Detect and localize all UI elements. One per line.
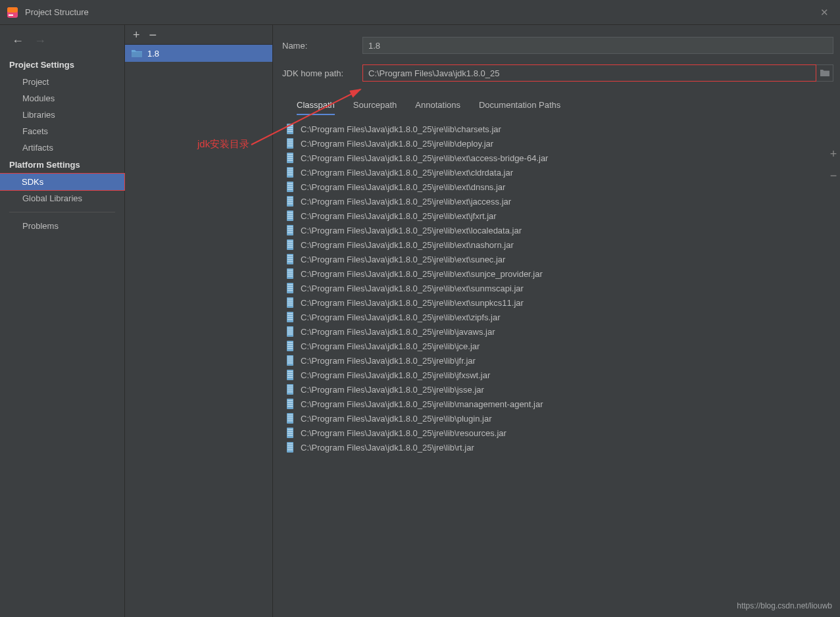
classpath-item-path: C:\Program Files\Java\jdk1.8.0_25\jre\li… [301,327,495,337]
svg-rect-57 [287,274,293,275]
svg-rect-23 [287,174,293,176]
classpath-item[interactable]: C:\Program Files\Java\jdk1.8.0_25\jre\li… [282,252,820,266]
svg-rect-2 [9,14,13,16]
classpath-item[interactable]: C:\Program Files\Java\jdk1.8.0_25\jre\li… [282,397,820,411]
jar-icon [286,283,295,293]
classpath-item[interactable]: C:\Program Files\Java\jdk1.8.0_25\jre\li… [282,266,820,281]
svg-rect-1 [7,7,18,12]
jar-icon [286,210,295,221]
svg-rect-68 [287,305,293,306]
svg-rect-15 [287,154,293,155]
add-sdk-button[interactable]: + [133,29,140,41]
svg-rect-62 [287,288,293,289]
classpath-item[interactable]: C:\Program Files\Java\jdk1.8.0_25\jre\li… [282,209,820,223]
sdk-list-toolbar: + − [125,25,272,45]
forward-arrow-icon: → [34,34,46,48]
svg-rect-35 [287,212,293,213]
watermark-text: https://blog.csdn.net/liouwb [737,601,832,610]
sidebar-item-modules[interactable]: Modules [0,90,124,107]
svg-rect-8 [287,131,293,132]
classpath-item[interactable]: C:\Program Files\Java\jdk1.8.0_25\jre\li… [282,382,820,397]
sidebar-item-project[interactable]: Project [0,74,124,90]
jdk-home-row: JDK home path: [282,64,833,82]
svg-rect-91 [287,373,293,374]
classpath-item[interactable]: C:\Program Files\Java\jdk1.8.0_25\jre\li… [282,368,820,382]
classpath-item-path: C:\Program Files\Java\jdk1.8.0_25\jre\li… [301,255,505,264]
classpath-item[interactable]: C:\Program Files\Java\jdk1.8.0_25\jre\li… [282,237,820,252]
svg-rect-25 [287,183,293,184]
svg-rect-73 [287,319,293,320]
classpath-item[interactable]: C:\Program Files\Java\jdk1.8.0_25\jre\li… [282,353,820,368]
classpath-list[interactable]: C:\Program Files\Java\jdk1.8.0_25\jre\li… [282,122,833,455]
tab-classpath[interactable]: Classpath [297,100,335,115]
browse-folder-icon[interactable] [816,64,833,82]
sidebar-item-libraries[interactable]: Libraries [0,107,124,123]
sidebar-item-facets[interactable]: Facets [0,123,124,139]
svg-rect-56 [287,272,293,273]
app-logo-icon [7,7,18,18]
classpath-item[interactable]: C:\Program Files\Java\jdk1.8.0_25\jre\li… [282,295,820,310]
window-title: Project Structure [25,7,815,17]
sidebar-item-problems[interactable]: Problems [0,218,124,234]
classpath-item[interactable]: C:\Program Files\Java\jdk1.8.0_25\jre\li… [282,310,820,324]
add-classpath-button[interactable]: + [828,147,839,161]
svg-rect-106 [287,416,293,418]
classpath-item[interactable]: C:\Program Files\Java\jdk1.8.0_25\jre\li… [282,194,820,209]
jar-icon [286,428,295,438]
classpath-item[interactable]: C:\Program Files\Java\jdk1.8.0_25\jre\li… [282,122,820,136]
classpath-item[interactable]: C:\Program Files\Java\jdk1.8.0_25\jre\li… [282,411,820,426]
svg-rect-48 [287,247,293,248]
svg-rect-36 [287,214,293,215]
svg-rect-80 [287,342,293,343]
svg-rect-100 [287,400,293,401]
classpath-item[interactable]: C:\Program Files\Java\jdk1.8.0_25\jre\li… [282,223,820,237]
svg-rect-7 [287,129,293,130]
svg-rect-88 [287,362,293,364]
tab-annotations[interactable]: Annotations [415,100,460,115]
remove-classpath-button[interactable]: − [828,169,839,183]
jdk-home-input[interactable] [362,64,816,82]
classpath-gutter: + − [828,147,839,183]
jar-icon [286,196,295,207]
classpath-item[interactable]: C:\Program Files\Java\jdk1.8.0_25\jre\li… [282,151,820,165]
svg-rect-5 [287,125,293,126]
classpath-item-path: C:\Program Files\Java\jdk1.8.0_25\jre\li… [301,284,524,293]
svg-rect-12 [287,143,293,145]
svg-rect-111 [287,431,293,432]
remove-sdk-button[interactable]: − [149,28,157,41]
sdk-list-panel: + − 1.8 [125,25,273,617]
classpath-item[interactable]: C:\Program Files\Java\jdk1.8.0_25\jre\li… [282,281,820,295]
jar-icon [286,182,295,192]
tab-sourcepath[interactable]: Sourcepath [353,100,397,115]
close-button[interactable]: ✕ [815,7,833,18]
classpath-item[interactable]: C:\Program Files\Java\jdk1.8.0_25\jre\li… [282,440,820,455]
classpath-item-path: C:\Program Files\Java\jdk1.8.0_25\jre\li… [301,269,543,279]
back-arrow-icon[interactable]: ← [12,34,24,48]
svg-rect-78 [287,333,293,335]
sdk-name-input[interactable] [362,37,833,54]
tab-documentation-paths[interactable]: Documentation Paths [479,100,560,115]
sidebar-item-artifacts[interactable]: Artifacts [0,139,124,156]
classpath-item-path: C:\Program Files\Java\jdk1.8.0_25\jre\li… [301,414,491,424]
classpath-item[interactable]: C:\Program Files\Java\jdk1.8.0_25\jre\li… [282,165,820,180]
svg-rect-107 [287,418,293,420]
sidebar-item-global-libraries[interactable]: Global Libraries [0,190,124,207]
svg-rect-76 [287,330,293,331]
svg-rect-3 [132,52,142,57]
sdk-list-item[interactable]: 1.8 [125,45,272,62]
svg-rect-96 [287,387,293,389]
classpath-item-path: C:\Program Files\Java\jdk1.8.0_25\jre\li… [301,124,501,134]
classpath-item[interactable]: C:\Program Files\Java\jdk1.8.0_25\jre\li… [282,136,820,151]
svg-rect-60 [287,284,293,285]
svg-rect-28 [287,189,293,190]
classpath-item[interactable]: C:\Program Files\Java\jdk1.8.0_25\jre\li… [282,339,820,353]
classpath-item[interactable]: C:\Program Files\Java\jdk1.8.0_25\jre\li… [282,180,820,194]
sidebar-divider [9,212,115,212]
settings-sidebar: ← → Project Settings ProjectModulesLibra… [0,25,125,617]
classpath-item[interactable]: C:\Program Files\Java\jdk1.8.0_25\jre\li… [282,324,820,339]
classpath-item[interactable]: C:\Program Files\Java\jdk1.8.0_25\jre\li… [282,426,820,440]
jar-icon [286,239,295,250]
svg-rect-22 [287,172,293,174]
sidebar-item-sdks[interactable]: SDKs [0,173,125,191]
svg-rect-112 [287,433,293,434]
